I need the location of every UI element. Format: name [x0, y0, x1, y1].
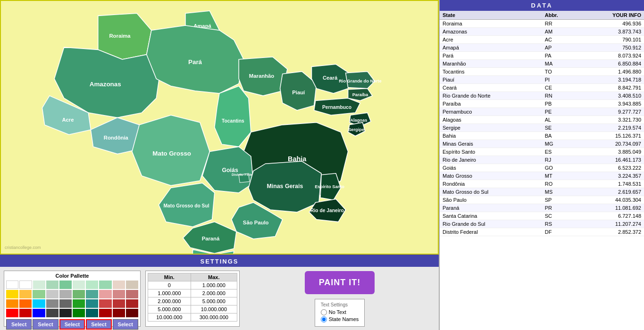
color-cell[interactable] [19, 280, 32, 289]
color-cell[interactable] [6, 290, 18, 298]
color-cell[interactable] [126, 280, 138, 289]
abbr-cell: PB [542, 100, 578, 108]
color-cell[interactable] [113, 309, 125, 317]
color-cell[interactable] [99, 290, 111, 298]
color-cell[interactable] [59, 299, 72, 308]
color-cell[interactable] [126, 290, 138, 298]
abbr-cell: MG [542, 140, 578, 148]
color-cell[interactable] [113, 280, 125, 289]
table-row: ParaíbaPB3.943.885 [440, 100, 644, 108]
no-text-option[interactable]: No Text [321, 309, 359, 315]
state-cell: Amapá [440, 44, 542, 52]
color-cell[interactable] [73, 280, 85, 289]
abbr-cell: SP [542, 196, 578, 204]
color-cell[interactable] [126, 299, 138, 308]
svg-text:Paraíba: Paraíba [352, 92, 368, 97]
palette-select-row: Select Select Select Select Select [6, 319, 138, 330]
abbr-cell: RJ [542, 156, 578, 164]
color-cell[interactable] [19, 309, 32, 317]
color-cell[interactable] [46, 309, 59, 317]
text-settings-box: Text Settings No Text State Names [315, 299, 365, 327]
abbr-cell: MS [542, 188, 578, 196]
select-button-1[interactable]: Select [6, 319, 32, 330]
svg-text:Roraima: Roraima [109, 33, 131, 39]
color-cell[interactable] [59, 290, 72, 298]
color-cell[interactable] [126, 309, 138, 317]
color-cell[interactable] [46, 299, 59, 308]
state-cell: São Paulo [440, 196, 542, 204]
no-text-radio[interactable] [321, 309, 327, 315]
svg-text:Rondônia: Rondônia [104, 135, 129, 140]
color-cell[interactable] [59, 280, 72, 289]
color-cell[interactable] [33, 309, 45, 317]
min-header: Min. [148, 273, 191, 281]
abbr-cell: AP [542, 44, 578, 52]
color-cell[interactable] [99, 280, 111, 289]
value-cell: 790.101 [578, 36, 644, 44]
color-cell[interactable] [33, 280, 45, 289]
no-text-label: No Text [329, 309, 346, 315]
color-cell[interactable] [73, 299, 85, 308]
color-cell[interactable] [6, 280, 18, 289]
abbr-cell: TO [542, 68, 578, 76]
color-cell[interactable] [33, 290, 45, 298]
paint-button[interactable]: PAINT IT! [305, 271, 375, 294]
value-cell: 3.321.730 [578, 116, 644, 124]
state-cell: Goiás [440, 164, 542, 172]
color-cell[interactable] [86, 290, 98, 298]
color-cell[interactable] [73, 309, 85, 317]
color-cell[interactable] [6, 299, 18, 308]
range-row: 1.000.0002.000.000 [148, 289, 237, 297]
abbr-cell: AL [542, 116, 578, 124]
color-cell[interactable] [46, 280, 59, 289]
select-button-3[interactable]: Select [59, 319, 85, 330]
state-names-radio[interactable] [321, 316, 327, 322]
color-cell[interactable] [86, 299, 98, 308]
color-cell[interactable] [19, 299, 32, 308]
color-cell[interactable] [19, 290, 32, 298]
value-cell: 11.207.274 [578, 220, 644, 228]
state-cell: Paraná [440, 204, 542, 212]
abbr-cell: PE [542, 108, 578, 116]
svg-text:Pará: Pará [188, 58, 202, 66]
value-cell: 8.073.924 [578, 52, 644, 60]
select-button-2[interactable]: Select [33, 319, 58, 330]
value-cell: 1.748.531 [578, 180, 644, 188]
color-cell[interactable] [59, 309, 72, 317]
color-cell[interactable] [113, 290, 125, 298]
color-cell[interactable] [33, 299, 45, 308]
palette-rows [6, 280, 138, 317]
value-cell: 6.727.148 [578, 212, 644, 220]
table-row: Minas GeraisMG20.734.097 [440, 140, 644, 148]
state-cell: Ceará [440, 84, 542, 92]
state-cell: Sergipe [440, 124, 542, 132]
color-cell[interactable] [46, 290, 59, 298]
abbr-cell: ES [542, 148, 578, 156]
svg-text:Sergipe: Sergipe [348, 127, 364, 132]
color-cell[interactable] [73, 290, 85, 298]
color-cell[interactable] [86, 280, 98, 289]
state-names-option[interactable]: State Names [321, 316, 359, 322]
color-cell[interactable] [113, 299, 125, 308]
color-cell[interactable] [86, 309, 98, 317]
select-button-5[interactable]: Select [113, 319, 138, 330]
range-row: 10.000.000300.000.000 [148, 314, 237, 322]
svg-text:Paraná: Paraná [202, 236, 220, 241]
value-cell: 3.224.357 [578, 172, 644, 180]
state-cell: Distrito Federal [440, 228, 542, 236]
table-row: MaranhãoMA6.850.884 [440, 60, 644, 68]
table-row: GoiásGO6.523.222 [440, 164, 644, 172]
color-palette-title: Color Pallette [6, 273, 138, 279]
color-cell[interactable] [6, 309, 18, 317]
svg-text:Ceará: Ceará [323, 75, 338, 81]
state-cell: Rio Grande do Sul [440, 220, 542, 228]
color-cell[interactable] [99, 299, 111, 308]
color-palette-section: Color Pallette [4, 271, 141, 327]
select-button-4[interactable]: Select [86, 319, 111, 330]
table-row: Rio Grande do SulRS11.207.274 [440, 220, 644, 228]
value-cell: 2.219.574 [578, 124, 644, 132]
range-cell: 5.000.000 [191, 297, 237, 305]
abbr-cell: CE [542, 84, 578, 92]
range-cell: 5.000.000 [148, 305, 191, 314]
color-cell[interactable] [99, 309, 111, 317]
